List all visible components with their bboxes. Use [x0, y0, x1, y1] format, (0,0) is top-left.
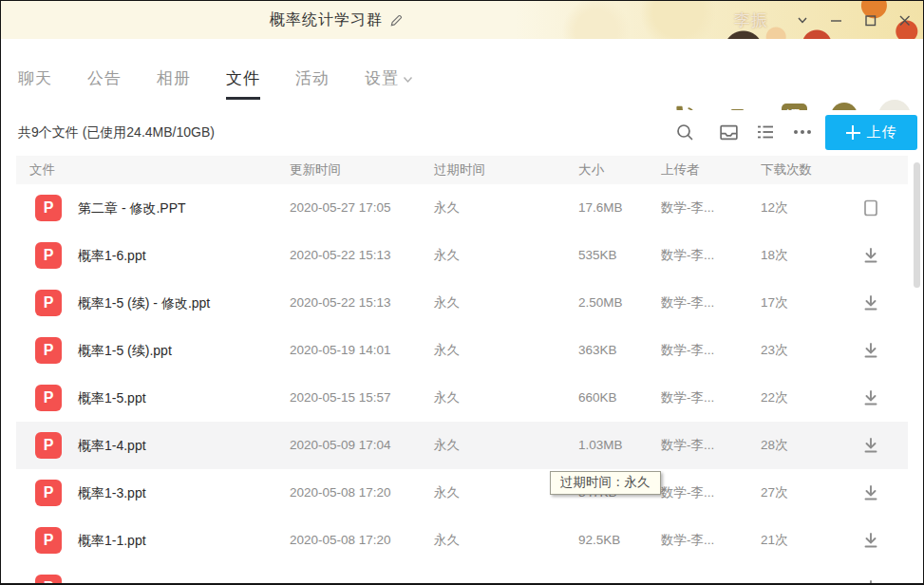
download-icon[interactable] — [858, 564, 884, 585]
title-bar: 概率统计学习群 李振 — [1, 1, 923, 39]
file-updated-time: 2020-05-08 17:20 — [290, 469, 391, 517]
file-download-count: 22次 — [761, 374, 788, 422]
ppt-file-icon: P — [35, 195, 62, 221]
file-name[interactable]: 概率1-6.ppt — [78, 232, 146, 279]
tab-label: 文件 — [226, 69, 260, 87]
ppt-file-icon: P — [35, 432, 62, 459]
ppt-file-icon: P — [35, 480, 62, 506]
file-size: 2.50MB — [578, 279, 623, 327]
tab-文件[interactable]: 文件 — [226, 67, 260, 89]
file-expiry: 永久 — [434, 279, 460, 327]
file-name[interactable]: 概率1-5 (续).ppt — [78, 327, 172, 374]
file-expiry: 永久 — [434, 232, 460, 279]
download-icon[interactable] — [858, 469, 884, 517]
file-table: P 第二章 - 修改.PPT 2020-05-27 17:05 永久 17.6M… — [16, 184, 908, 585]
table-row[interactable]: P 概率1-4.ppt 2020-05-09 17:04 永久 1.03MB 数… — [16, 422, 908, 469]
download-icon[interactable] — [858, 517, 884, 564]
ppt-file-icon: P — [35, 290, 62, 316]
table-row[interactable]: P 概率1-5 (续) - 修改.ppt 2020-05-22 15:13 永久… — [16, 279, 908, 327]
upload-button[interactable]: 上传 — [825, 115, 917, 150]
download-icon[interactable] — [858, 422, 884, 469]
file-size: 535KB — [578, 232, 617, 279]
file-updated-time: 2020-05-22 15:13 — [290, 232, 391, 279]
list-view-icon[interactable] — [750, 117, 781, 147]
table-row[interactable]: P 第二章 - 修改.PPT 2020-05-27 17:05 永久 17.6M… — [16, 184, 908, 232]
upload-button-label: 上传 — [867, 123, 897, 142]
file-uploader: 数学-李... — [661, 422, 733, 469]
tab-label: 聊天 — [18, 69, 52, 87]
file-download-count: 12次 — [761, 184, 788, 232]
tab-活动[interactable]: 活动 — [295, 67, 330, 89]
file-updated-time: 2020-05-19 14:01 — [290, 327, 391, 374]
file-uploader: 数学-李... — [661, 232, 733, 279]
chevron-down-icon[interactable] — [785, 1, 820, 39]
search-icon[interactable] — [669, 117, 700, 147]
tab-公告[interactable]: 公告 — [87, 67, 122, 89]
column-header: 文件 — [29, 156, 55, 184]
ppt-file-icon: P — [35, 527, 62, 554]
file-expiry: 永久 — [434, 422, 460, 469]
group-file-window: 概率统计学习群 李振 聊天 公告 相册 文件 — [0, 0, 924, 585]
edit-title-icon[interactable] — [389, 13, 404, 28]
file-updated-time: 2020-05-08 17:20 — [290, 517, 391, 564]
table-row[interactable]: P 概率1-5.ppt 2020-05-15 15:57 永久 660KB 数学… — [16, 374, 908, 422]
file-name[interactable]: 概率1-5.ppt — [78, 374, 146, 422]
file-name[interactable]: 概率1-4.ppt — [78, 422, 146, 469]
file-updated-time: 2020-05-09 17:04 — [290, 422, 391, 469]
table-row[interactable]: P 概率1-3.ppt 2020-05-08 17:20 永久 847KB 数学… — [16, 469, 908, 517]
file-size: 92.5KB — [578, 517, 620, 564]
file-download-count: 23次 — [761, 327, 788, 374]
maximize-button[interactable] — [853, 1, 887, 39]
file-updated-time: 2020-05-27 17:05 — [290, 184, 391, 232]
table-row[interactable]: P 概率1-5 (续).ppt 2020-05-19 14:01 永久 363K… — [16, 327, 908, 374]
download-icon[interactable] — [858, 327, 884, 374]
file-toolbar: 共9个文件 (已使用24.4MB/10GB) 上传 — [1, 110, 923, 156]
scrollbar-thumb[interactable] — [914, 162, 920, 288]
file-name[interactable]: 第二章 - 修改.PPT — [78, 184, 186, 232]
plus-icon — [846, 125, 860, 140]
file-expiry: 永久 — [434, 327, 460, 374]
download-icon[interactable] — [858, 279, 884, 327]
file-uploader: 数学-李... — [661, 184, 733, 232]
column-header: 下载次数 — [761, 156, 812, 184]
folder-icon[interactable] — [858, 184, 884, 232]
column-header: 上传者 — [661, 156, 700, 184]
file-name[interactable]: 概率1-5 (续) - 修改.ppt — [78, 279, 210, 327]
file-download-count: 21次 — [761, 517, 788, 564]
file-download-count: 28次 — [761, 422, 788, 469]
tab-label: 公告 — [87, 69, 122, 87]
ppt-file-icon: P — [35, 242, 62, 269]
file-expiry: 永久 — [434, 374, 460, 422]
file-size: 363KB — [578, 327, 617, 374]
file-count-summary: 共9个文件 (已使用24.4MB/10GB) — [18, 124, 215, 142]
file-download-count: 18次 — [761, 232, 788, 279]
file-name[interactable]: 概率1-1.ppt — [78, 517, 146, 564]
window-title: 概率统计学习群 — [270, 10, 383, 30]
column-header: 过期时间 — [434, 156, 485, 184]
download-icon[interactable] — [858, 232, 884, 279]
more-options-icon[interactable] — [787, 117, 818, 147]
tab-聊天[interactable]: 聊天 — [18, 67, 52, 89]
close-button[interactable] — [887, 1, 921, 39]
column-header: 大小 — [578, 156, 604, 184]
table-row[interactable]: P 概率1-1.ppt 2020-05-08 17:20 永久 92.5KB 数… — [16, 517, 908, 564]
inbox-icon[interactable] — [713, 117, 744, 147]
download-icon[interactable] — [858, 374, 884, 422]
minimize-button[interactable] — [819, 1, 853, 39]
tab-相册[interactable]: 相册 — [157, 67, 191, 89]
ppt-file-icon: P — [35, 385, 62, 411]
tab-设置[interactable]: 设置 — [365, 67, 413, 89]
file-expiry: 永久 — [434, 469, 460, 517]
file-size: 17.6MB — [578, 184, 623, 232]
file-uploader: 数学-李... — [661, 517, 733, 564]
file-updated-time: 2020-05-15 15:57 — [290, 374, 391, 422]
tab-label: 相册 — [157, 69, 191, 87]
file-uploader: 数学-李... — [661, 469, 733, 517]
column-header: 更新时间 — [290, 156, 341, 184]
table-row-partial[interactable]: P — [16, 564, 908, 585]
file-name[interactable]: 概率1-3.ppt — [78, 469, 146, 517]
file-uploader: 数学-李... — [661, 327, 733, 374]
table-row[interactable]: P 概率1-6.ppt 2020-05-22 15:13 永久 535KB 数学… — [16, 232, 908, 279]
file-download-count: 27次 — [761, 469, 788, 517]
ppt-file-icon: P — [35, 575, 62, 585]
